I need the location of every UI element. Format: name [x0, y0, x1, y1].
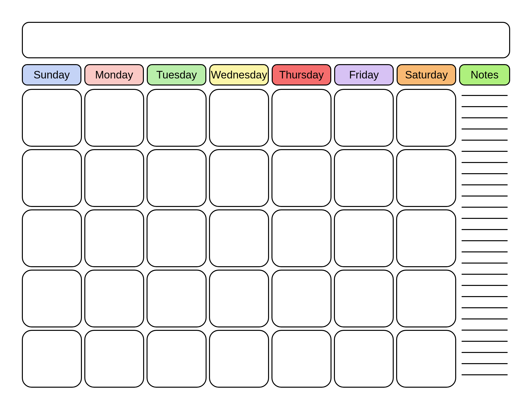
- day-cell: [271, 330, 332, 388]
- note-line: [462, 106, 508, 107]
- note-line: [462, 196, 508, 196]
- day-cell: [396, 89, 456, 147]
- day-cell: [334, 330, 394, 388]
- note-line: [462, 363, 508, 364]
- day-cell: [209, 149, 269, 207]
- day-cell: [84, 209, 144, 267]
- day-cell: [271, 270, 332, 327]
- header-wednesday: Wednesday: [209, 64, 269, 85]
- day-cell: [334, 270, 394, 327]
- note-line: [462, 95, 508, 96]
- note-line: [462, 341, 508, 342]
- note-line: [462, 129, 508, 130]
- note-line: [462, 296, 508, 297]
- day-cell: [147, 209, 207, 267]
- header-notes: Notes: [459, 64, 510, 85]
- note-line: [462, 330, 508, 331]
- week-row: [22, 209, 456, 267]
- day-cell: [334, 89, 394, 147]
- header-thursday: Thursday: [272, 64, 331, 85]
- day-cell: [209, 209, 269, 267]
- note-line: [462, 140, 508, 141]
- day-cell: [147, 89, 207, 147]
- calendar-grid: [22, 89, 456, 388]
- day-cell: [22, 209, 82, 267]
- day-cell: [22, 270, 82, 327]
- note-line: [462, 240, 508, 241]
- note-line: [462, 184, 508, 185]
- day-cell: [209, 330, 269, 388]
- day-cell: [147, 270, 207, 327]
- day-cell: [271, 89, 332, 147]
- day-cell: [334, 209, 394, 267]
- header-row: Sunday Monday Tuesday Wednesday Thursday…: [22, 64, 510, 85]
- week-row: [22, 89, 456, 147]
- notes-column: [459, 89, 510, 388]
- header-saturday: Saturday: [397, 64, 456, 85]
- day-cell: [147, 149, 207, 207]
- day-cell: [209, 89, 269, 147]
- day-cell: [271, 209, 332, 267]
- note-line: [462, 117, 508, 118]
- day-cell: [396, 209, 456, 267]
- day-cell: [334, 149, 394, 207]
- week-row: [22, 270, 456, 327]
- day-cell: [84, 330, 144, 388]
- day-cell: [209, 270, 269, 327]
- day-cell: [84, 89, 144, 147]
- note-line: [462, 207, 508, 208]
- note-line: [462, 352, 508, 353]
- note-line: [462, 151, 508, 152]
- week-row: [22, 149, 456, 207]
- header-monday: Monday: [84, 64, 144, 85]
- title-banner: [22, 22, 510, 58]
- note-line: [462, 274, 508, 275]
- note-line: [462, 173, 508, 174]
- day-cell: [22, 89, 82, 147]
- note-line: [462, 162, 508, 163]
- week-row: [22, 330, 456, 388]
- day-cell: [271, 149, 332, 207]
- day-cell: [396, 330, 456, 388]
- header-friday: Friday: [334, 64, 394, 85]
- note-line: [462, 285, 508, 286]
- day-cell: [396, 270, 456, 327]
- header-tuesday: Tuesday: [147, 64, 206, 85]
- note-line: [462, 262, 508, 263]
- note-line: [462, 318, 508, 319]
- day-cell: [84, 270, 144, 327]
- day-cell: [147, 330, 207, 388]
- body-row: [22, 89, 510, 388]
- note-line: [462, 229, 508, 230]
- day-cell: [22, 149, 82, 207]
- note-line: [462, 218, 508, 219]
- day-cell: [396, 149, 456, 207]
- calendar-page: Sunday Monday Tuesday Wednesday Thursday…: [0, 0, 532, 411]
- note-line: [462, 307, 508, 308]
- day-cell: [22, 330, 82, 388]
- note-line: [462, 252, 508, 252]
- header-sunday: Sunday: [22, 64, 81, 85]
- note-line: [462, 374, 508, 375]
- day-cell: [84, 149, 144, 207]
